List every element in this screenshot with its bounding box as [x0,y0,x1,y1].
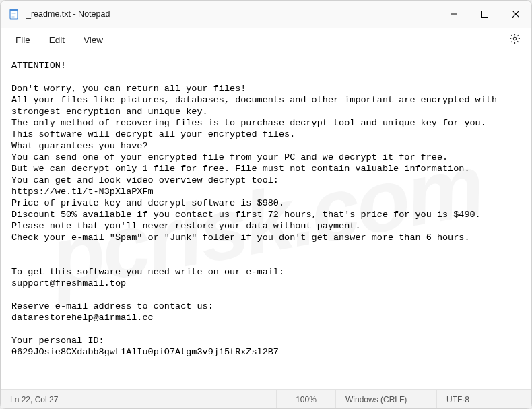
titlebar: _readme.txt - Notepad [1,1,531,28]
status-encoding: UTF-8 [437,390,531,408]
svg-line-7 [512,11,519,18]
menu-file[interactable]: File [6,31,40,49]
menu-edit[interactable]: Edit [40,31,74,49]
gear-icon [509,33,521,47]
text-editor-area[interactable]: pcrisk.comATTENTION! Don't worry, you ca… [1,53,531,389]
svg-rect-6 [482,11,488,18]
maximize-button[interactable] [469,1,500,28]
svg-line-8 [512,11,519,18]
status-cursor-position: Ln 22, Col 27 [1,390,277,408]
minimize-button[interactable] [438,1,469,28]
window-controls [438,1,531,28]
window-title: _readme.txt - Notepad [26,9,438,19]
status-zoom[interactable]: 100% [277,390,336,408]
settings-button[interactable] [503,29,526,52]
notepad-window: _readme.txt - Notepad File Edit View [0,0,532,409]
close-button[interactable] [500,1,531,28]
svg-point-9 [513,37,516,40]
menubar: File Edit View [1,28,531,53]
document-text: ATTENTION! Don't worry, you can return a… [11,61,497,357]
statusbar: Ln 22, Col 27 100% Windows (CRLF) UTF-8 [1,389,531,408]
text-caret [279,347,279,356]
menu-view[interactable]: View [74,31,112,49]
notepad-icon [9,9,20,20]
status-line-ending: Windows (CRLF) [336,390,437,408]
svg-rect-1 [10,9,18,11]
